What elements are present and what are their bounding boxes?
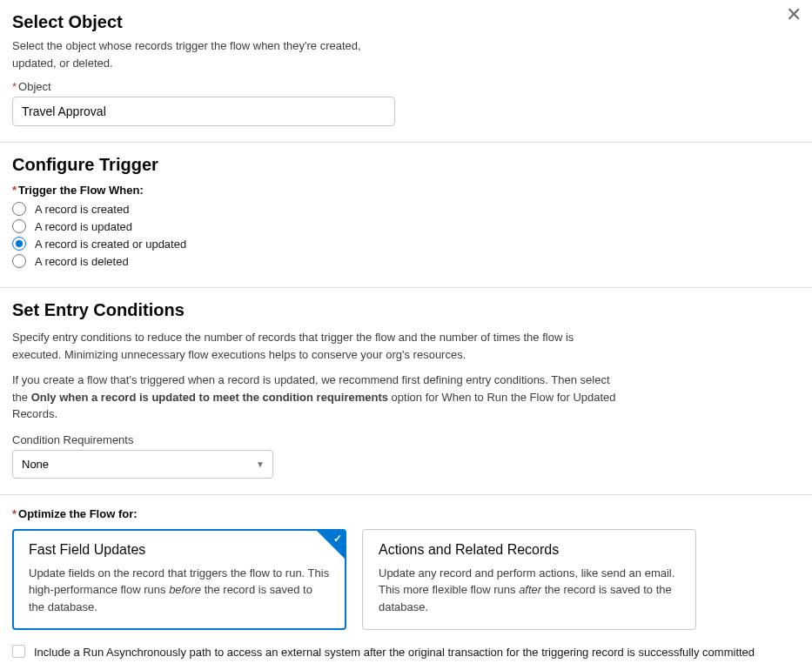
radio-icon — [12, 237, 26, 251]
async-checkbox-label: Include a Run Asynchronously path to acc… — [34, 644, 755, 661]
condition-req-select[interactable]: None — [12, 450, 273, 479]
optimize-cards: ✓ Fast Field Updates Update fields on th… — [12, 529, 800, 631]
radio-updated[interactable]: A record is updated — [12, 219, 800, 233]
radio-label: A record is created — [35, 203, 129, 216]
condition-req-label: Condition Requirements — [12, 433, 800, 446]
radio-icon — [12, 219, 26, 233]
card-fast-field-updates[interactable]: ✓ Fast Field Updates Update fields on th… — [12, 529, 346, 631]
select-object-section: Select Object Select the object whose re… — [0, 0, 812, 143]
entry-conditions-desc2: If you create a flow that's triggered wh… — [12, 372, 621, 423]
radio-icon — [12, 254, 26, 268]
entry-conditions-desc1: Specify entry conditions to reduce the n… — [12, 329, 621, 363]
configure-trigger-title: Configure Trigger — [12, 155, 800, 175]
select-object-title: Select Object — [12, 12, 800, 32]
radio-created[interactable]: A record is created — [12, 202, 800, 216]
card-body: Update fields on the record that trigger… — [29, 565, 330, 616]
async-checkbox-row[interactable]: Include a Run Asynchronously path to acc… — [12, 644, 800, 661]
radio-created-or-updated[interactable]: A record is created or updated — [12, 237, 800, 251]
body-italic: before — [169, 583, 201, 596]
async-checkbox[interactable] — [12, 645, 25, 658]
body-italic: after — [519, 583, 541, 596]
card-actions-related-records[interactable]: Actions and Related Records Update any r… — [362, 529, 696, 631]
radio-label: A record is created or updated — [35, 238, 186, 251]
select-object-desc: Select the object whose records trigger … — [12, 37, 395, 71]
object-input[interactable] — [12, 97, 395, 126]
entry-conditions-title: Set Entry Conditions — [12, 300, 800, 320]
radio-deleted[interactable]: A record is deleted — [12, 254, 800, 268]
desc2-bold: Only when a record is updated to meet th… — [31, 391, 388, 404]
optimize-label: Optimize the Flow for: — [12, 507, 800, 520]
trigger-radio-group: A record is created A record is updated … — [12, 202, 800, 268]
card-body: Update any record and perform actions, l… — [379, 565, 680, 616]
radio-label: A record is updated — [35, 220, 132, 233]
object-label: Object — [12, 80, 800, 93]
trigger-when-label: Trigger the Flow When: — [12, 184, 800, 197]
card-title: Fast Field Updates — [29, 542, 330, 558]
radio-icon — [12, 202, 26, 216]
condition-req-select-wrap: None ▼ — [12, 450, 273, 479]
radio-label: A record is deleted — [35, 255, 129, 268]
check-icon: ✓ — [333, 533, 342, 545]
entry-conditions-section: Set Entry Conditions Specify entry condi… — [0, 288, 812, 495]
close-button[interactable]: ✕ — [786, 5, 802, 24]
configure-trigger-section: Configure Trigger Trigger the Flow When:… — [0, 143, 812, 288]
card-title: Actions and Related Records — [379, 542, 680, 558]
optimize-section: Optimize the Flow for: ✓ Fast Field Upda… — [0, 495, 812, 671]
